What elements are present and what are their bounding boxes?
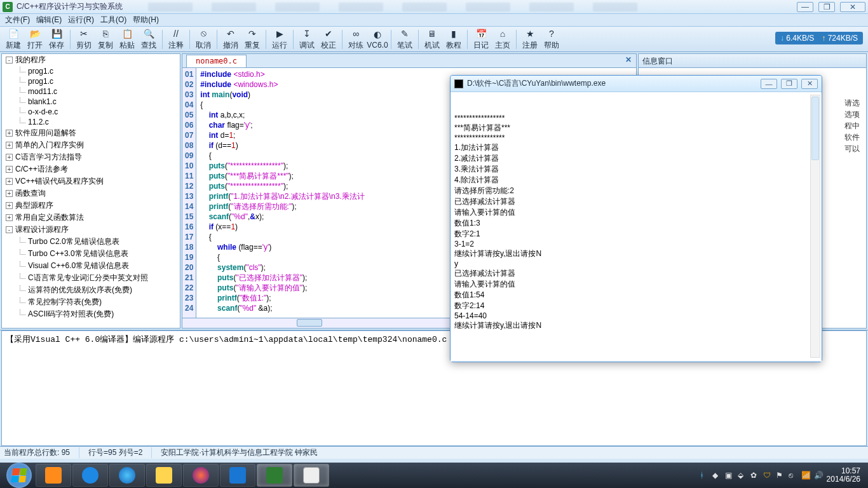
status-total-lines: 当前程序总行数: 95 (4, 447, 79, 458)
console-maximize[interactable]: ❐ (781, 79, 797, 89)
tree-node[interactable]: Turbo C2.0常见错误信息表 (2, 236, 180, 248)
tree-node[interactable]: +简单的入门程序实例 (2, 139, 180, 151)
menu-编辑(E)[interactable]: 编辑(E) (34, 13, 64, 27)
home-button[interactable]: ⌂主页 (492, 28, 513, 51)
tree-node[interactable]: -我的程序 (2, 54, 180, 66)
tray-icon-6[interactable]: ⚑ (776, 471, 785, 480)
tree-node[interactable]: +C语言学习方法指导 (2, 151, 180, 163)
tree-node[interactable]: 运算符的优先级别次序表(免费) (2, 284, 180, 296)
taskbar-ide[interactable] (257, 464, 292, 487)
open-button[interactable]: 📂打开 (24, 28, 46, 51)
cancel-button[interactable]: ⦸取消 (193, 28, 214, 51)
console-scrollbar[interactable] (810, 95, 820, 358)
save-icon: 💾 (51, 28, 62, 39)
check-button[interactable]: ✔校正 (318, 28, 339, 51)
console-icon (454, 79, 463, 88)
tree-node[interactable]: +C/C++语法参考 (2, 163, 180, 175)
upload-speed: 724KB/S (828, 34, 858, 43)
console-body[interactable]: ********************简易计算器***************… (451, 92, 822, 362)
practice-icon: ∞ (350, 28, 362, 39)
tree-node[interactable]: mod11.c (2, 86, 180, 97)
tab-close-icon[interactable]: ✕ (623, 55, 634, 65)
tree-node[interactable]: ASCII码字符对照表(免费) (2, 308, 180, 320)
tab-noname0[interactable]: noname0.c (186, 55, 247, 67)
tree-node[interactable]: o-x-d-e.c (2, 107, 180, 117)
maximize-button[interactable]: ❐ (818, 2, 835, 12)
taskbar-app-6[interactable] (220, 464, 255, 487)
diary-button[interactable]: 📅日记 (470, 28, 492, 51)
home-icon: ⌂ (497, 28, 508, 39)
tree-node[interactable]: 常见控制字符表(免费) (2, 296, 180, 308)
written-button[interactable]: ✎笔试 (394, 28, 416, 51)
menu-bar: 文件(F)编辑(E)运行(R)工具(O)帮助(H) (0, 14, 868, 27)
app-icon: C (3, 2, 13, 12)
paste-icon: 📋 (121, 28, 133, 39)
new-button[interactable]: 📄新建 (3, 28, 24, 51)
console-close[interactable]: ✕ (801, 79, 818, 89)
start-button[interactable] (6, 463, 32, 488)
close-button[interactable]: ✕ (840, 2, 865, 12)
vc6-button[interactable]: ◐VC6.0 (367, 29, 388, 50)
tutorial-button[interactable]: ▮教程 (443, 28, 465, 51)
tree-node[interactable]: prog1.c (2, 76, 180, 86)
tree-node[interactable]: +函数查询 (2, 187, 180, 200)
console-window[interactable]: D:\软件~\C语言\CYuYan\bin\wwtemp.exe — ❐ ✕ *… (450, 75, 822, 362)
clock-date: 2014/6/26 (827, 475, 860, 484)
network-icon[interactable]: 📶 (801, 471, 810, 480)
register-button[interactable]: ★注册 (519, 28, 541, 51)
taskbar-explorer[interactable] (146, 464, 182, 487)
tree-node[interactable]: +软件应用问题解答 (2, 127, 180, 139)
clock[interactable]: 10:57 2014/6/26 (827, 467, 860, 484)
open-icon: 📂 (29, 28, 41, 39)
find-button[interactable]: 🔍查找 (138, 28, 159, 51)
console-minimize[interactable]: — (761, 79, 777, 89)
taskbar-app-2[interactable] (72, 464, 108, 487)
tray-icon-4[interactable]: ✿ (750, 471, 759, 480)
practice-button[interactable]: ∞对练 (345, 28, 367, 51)
console-title-bar[interactable]: D:\软件~\C语言\CYuYan\bin\wwtemp.exe — ❐ ✕ (451, 76, 822, 92)
menu-文件(F)[interactable]: 文件(F) (3, 13, 32, 27)
tree-node[interactable]: blank1.c (2, 97, 180, 107)
tree-node[interactable]: -课程设计源程序 (2, 224, 180, 236)
paste-button[interactable]: 📋粘贴 (116, 28, 138, 51)
tray-icon-2[interactable]: ▣ (725, 471, 734, 480)
taskbar-ie[interactable] (109, 464, 145, 487)
tree-node[interactable]: +典型源程序 (2, 200, 180, 212)
volume-icon[interactable]: 🔊 (814, 471, 823, 480)
cut-button[interactable]: ✂剪切 (73, 28, 95, 51)
minimize-button[interactable]: — (797, 2, 813, 12)
machine-button[interactable]: 🖥机试 (421, 28, 443, 51)
tree-node[interactable]: +常用自定义函数算法 (2, 212, 180, 224)
tray-icon-1[interactable]: ◆ (712, 471, 721, 480)
tree-node[interactable]: prog1.c (2, 66, 180, 76)
bluetooth-icon[interactable]: ᚼ (700, 471, 709, 480)
menu-工具(O)[interactable]: 工具(O) (98, 13, 129, 27)
save-button[interactable]: 💾保存 (46, 28, 67, 51)
tree-node[interactable]: C语言常见专业词汇分类中英文对照 (2, 272, 180, 284)
redo-button[interactable]: ↷重复 (241, 28, 263, 51)
debug-button[interactable]: ↧调试 (296, 28, 318, 51)
machine-icon: 🖥 (426, 28, 438, 39)
run-button[interactable]: ▶运行 (269, 28, 290, 51)
help-button[interactable]: ?帮助 (541, 28, 562, 51)
tree-node[interactable]: Turbo C++3.0常见错误信息表 (2, 248, 180, 260)
tray-icon-7[interactable]: ⎋ (789, 471, 797, 480)
copy-button[interactable]: ⎘复制 (95, 28, 116, 51)
project-tree[interactable]: -我的程序prog1.cprog1.cmod11.cblank1.co-x-d-… (1, 53, 180, 329)
taskbar-console[interactable] (294, 464, 329, 487)
tree-node[interactable]: Visual C++6.0常见错误信息表 (2, 260, 180, 272)
tutorial-icon: ▮ (448, 28, 459, 39)
menu-运行(R)[interactable]: 运行(R) (65, 13, 97, 27)
tree-node[interactable]: +VC++错误代码及程序实例 (2, 175, 180, 187)
system-tray[interactable]: ᚼ ◆ ▣ ⬙ ✿ 🛡 ⚑ ⎋ 📶 🔊 10:57 2014/6/26 (700, 467, 865, 484)
taskbar-firefox[interactable] (183, 464, 219, 487)
tray-icon-5[interactable]: 🛡 (763, 471, 772, 480)
comment-button[interactable]: //注释 (165, 28, 187, 51)
undo-button[interactable]: ↶撤消 (220, 28, 241, 51)
taskbar-app-1[interactable] (36, 464, 71, 487)
taskbar[interactable]: ᚼ ◆ ▣ ⬙ ✿ 🛡 ⚑ ⎋ 📶 🔊 10:57 2014/6/26 (0, 463, 868, 488)
tray-icon-3[interactable]: ⬙ (738, 471, 747, 480)
menu-帮助(H)[interactable]: 帮助(H) (130, 13, 161, 27)
status-cursor-pos: 行号=95 列号=2 (88, 447, 152, 458)
tree-node[interactable]: 11.2.c (2, 117, 180, 127)
